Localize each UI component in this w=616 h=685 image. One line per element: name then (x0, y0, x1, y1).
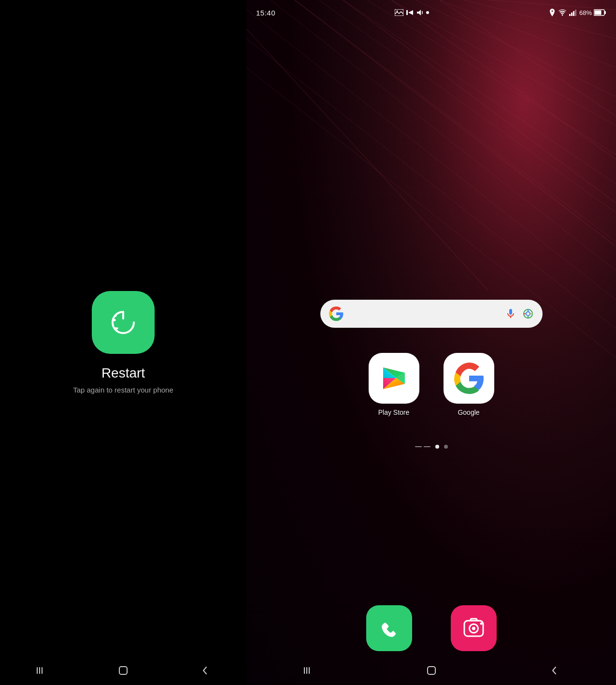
status-right-icons: 68% (549, 9, 606, 16)
wifi-icon (558, 9, 567, 16)
svg-line-11 (343, 0, 616, 184)
google-app[interactable]: Google (444, 353, 494, 416)
svg-rect-39 (575, 10, 576, 16)
svg-line-22 (343, 0, 616, 203)
back-button-left[interactable] (200, 665, 211, 676)
google-icon-wrapper[interactable] (444, 353, 494, 404)
svg-rect-36 (569, 14, 571, 16)
play-store-icon (378, 363, 410, 394)
play-store-icon-wrapper[interactable] (369, 353, 419, 404)
battery-percentage: 68% (579, 9, 592, 16)
svg-rect-8 (246, 0, 616, 685)
restart-title: Restart (101, 365, 145, 381)
svg-rect-38 (573, 11, 574, 16)
svg-marker-31 (417, 10, 421, 15)
google-app-label: Google (458, 408, 479, 416)
page-dot-inactive[interactable] (444, 445, 448, 449)
svg-line-19 (246, 10, 616, 300)
svg-rect-54 (306, 667, 307, 674)
google-logo (329, 306, 344, 321)
camera-app-icon[interactable] (451, 605, 497, 651)
page-dots (415, 445, 448, 449)
svg-rect-53 (304, 667, 305, 674)
svg-point-28 (397, 11, 398, 12)
gallery-icon (395, 9, 403, 16)
right-panel: 15:40 (246, 0, 616, 685)
status-notification-icons (395, 9, 430, 16)
back-button-right[interactable] (549, 665, 560, 676)
svg-point-35 (426, 11, 429, 14)
svg-point-51 (472, 627, 475, 630)
play-store-app[interactable]: Play Store (369, 353, 419, 416)
status-bar: 15:40 (246, 0, 616, 25)
svg-point-44 (526, 312, 530, 316)
svg-rect-7 (119, 667, 127, 674)
battery-icon (594, 9, 606, 16)
phone-app-icon[interactable] (366, 605, 412, 651)
svg-rect-30 (406, 10, 408, 15)
page-dot-active[interactable] (435, 445, 439, 449)
phone-icon (376, 615, 402, 641)
google-search-bar[interactable] (320, 300, 543, 328)
google-app-icon (453, 363, 485, 394)
search-mic-icon[interactable] (505, 308, 516, 320)
svg-rect-5 (39, 667, 40, 674)
bottom-dock (366, 605, 497, 651)
camera-icon (460, 615, 487, 641)
status-time: 15:40 (256, 9, 275, 17)
left-panel: Restart Tap again to restart your phone (0, 0, 246, 685)
battery-indicator: 68% (579, 9, 606, 16)
play-store-label: Play Store (378, 408, 410, 416)
svg-point-52 (480, 623, 482, 625)
svg-marker-29 (408, 10, 413, 15)
recent-apps-button-right[interactable] (303, 665, 314, 676)
home-button-left[interactable] (118, 665, 129, 676)
svg-line-32 (422, 11, 423, 12)
restart-icon-button[interactable] (92, 291, 155, 354)
home-button-right[interactable] (426, 665, 437, 676)
volume-icon (416, 9, 423, 16)
page-lines (415, 446, 430, 447)
restart-subtitle: Tap again to restart your phone (73, 386, 173, 394)
wallpaper-decoration (246, 0, 616, 685)
svg-line-33 (422, 13, 423, 14)
page-line-1 (415, 446, 422, 447)
svg-rect-6 (42, 667, 43, 674)
svg-rect-56 (428, 667, 435, 674)
svg-rect-55 (309, 667, 310, 674)
search-lens-icon[interactable] (522, 308, 534, 320)
svg-line-26 (246, 29, 488, 290)
svg-line-25 (295, 0, 616, 247)
svg-rect-37 (571, 13, 573, 16)
svg-rect-41 (604, 11, 606, 14)
location-icon (549, 9, 556, 16)
svg-line-18 (271, 0, 616, 271)
nav-bar-right (246, 656, 616, 685)
svg-point-2 (114, 319, 116, 321)
svg-point-3 (115, 315, 117, 317)
signal-icon (569, 9, 577, 16)
notification-dot-icon (426, 11, 430, 15)
svg-line-9 (295, 0, 616, 242)
nav-bar-left (0, 656, 246, 685)
svg-rect-42 (594, 11, 601, 15)
svg-line-10 (319, 0, 616, 213)
svg-rect-4 (37, 667, 38, 674)
svg-line-20 (246, 39, 616, 329)
media-icon (406, 9, 413, 16)
app-grid: Play Store Google (369, 353, 494, 416)
page-line-2 (424, 446, 430, 447)
power-restart-icon (104, 303, 143, 342)
recent-apps-button-left[interactable] (36, 665, 46, 676)
